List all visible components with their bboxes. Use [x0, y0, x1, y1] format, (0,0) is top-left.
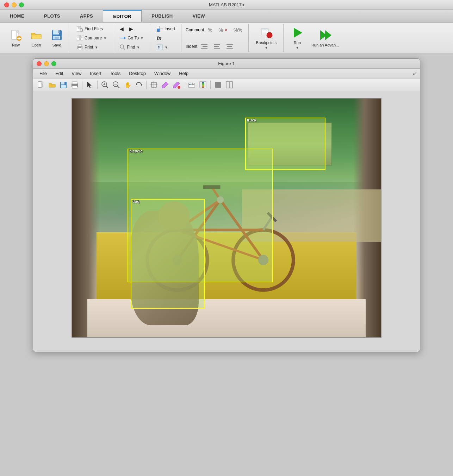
svg-rect-81 — [202, 82, 204, 88]
menu-tools[interactable]: Tools — [106, 70, 124, 77]
svg-rect-14 — [78, 29, 80, 29]
fig-data-cursor-button[interactable] — [149, 80, 159, 90]
bicycle-label: bicycle — [128, 149, 143, 154]
fig-colorbar-button[interactable] — [198, 80, 208, 90]
function-browser-button[interactable]: fi ▼ — [154, 43, 178, 51]
tab-editor[interactable]: EDITOR — [103, 10, 142, 22]
svg-rect-62 — [72, 82, 77, 84]
fig-zoom-in-button[interactable] — [100, 80, 110, 90]
figure-minimize-button[interactable] — [44, 61, 49, 66]
fx-button[interactable]: fx — [154, 33, 178, 42]
fig-linked-brush-button[interactable] — [172, 80, 181, 90]
print-button[interactable]: Print ▼ — [74, 43, 109, 51]
menu-window[interactable]: Window — [151, 70, 174, 77]
svg-rect-59 — [61, 82, 64, 84]
breakpoints-button[interactable]: Breakpoints ▼ — [253, 24, 280, 52]
dog-detection-box: dog — [131, 199, 205, 309]
tab-apps[interactable]: APPS — [70, 10, 103, 22]
menu-desktop[interactable]: Desktop — [125, 70, 149, 77]
comment-remove-icon: % — [218, 27, 223, 33]
comment-label: Comment — [186, 27, 204, 32]
svg-rect-25 — [78, 48, 82, 50]
svg-line-66 — [106, 86, 108, 88]
figure-titlebar: Figure 1 — [33, 59, 420, 69]
menu-insert[interactable]: Insert — [86, 70, 105, 77]
fig-rotate-button[interactable] — [134, 80, 144, 90]
compare-dropdown-arrow: ▼ — [103, 36, 107, 40]
tab-plots[interactable]: PLOTS — [34, 10, 70, 22]
indent-in-button[interactable] — [199, 43, 210, 50]
goto-button[interactable]: Go To ▼ — [117, 34, 146, 42]
figure-close-button[interactable] — [37, 61, 42, 66]
fig-gray-square-button[interactable] — [213, 80, 223, 90]
indent-out-icon — [214, 44, 220, 49]
comment-add-icon: % — [208, 27, 212, 33]
new-label: New — [12, 43, 20, 47]
menu-edit[interactable]: Edit — [52, 70, 67, 77]
svg-rect-1 — [12, 30, 17, 39]
fig-save-button[interactable] — [58, 80, 68, 90]
comment-remove-button[interactable]: % ✕ — [216, 26, 229, 34]
print-icon — [77, 44, 83, 50]
figure-content: bicycle truck dog — [33, 91, 420, 352]
smart-indent-button[interactable] — [224, 43, 235, 50]
file-tools-group: Find Files Compare ▼ — [71, 24, 113, 52]
svg-rect-19 — [77, 37, 79, 38]
run-dropdown-arrow: ▼ — [296, 46, 299, 50]
minimize-button[interactable] — [12, 2, 17, 7]
compare-icon — [77, 35, 83, 41]
comment-wrap-button[interactable]: %% — [231, 26, 245, 34]
find-dropdown-arrow: ▼ — [137, 45, 140, 49]
fig-panel-button[interactable] — [224, 80, 234, 90]
smart-indent-icon — [227, 44, 233, 49]
find-files-button[interactable]: Find Files — [74, 25, 109, 33]
figure-maximize-button[interactable] — [51, 61, 56, 66]
insert-button[interactable]: Insert — [154, 25, 178, 33]
find-icon — [120, 44, 125, 50]
fx-icon: fx — [157, 35, 161, 41]
save-button[interactable]: Save — [47, 24, 66, 52]
fig-cursor-button[interactable] — [85, 80, 95, 90]
new-button[interactable]: New — [6, 24, 25, 52]
fig-brush-button[interactable] — [160, 80, 170, 90]
fig-print-button[interactable] — [70, 80, 80, 90]
svg-point-26 — [81, 47, 82, 48]
goto-label: Go To — [128, 36, 139, 40]
goto-icon — [120, 35, 126, 41]
back-button[interactable]: ◀ — [117, 25, 126, 33]
maximize-button[interactable] — [19, 2, 24, 7]
svg-rect-18 — [77, 36, 79, 37]
tab-view[interactable]: VIEW — [183, 10, 215, 22]
menu-file[interactable]: File — [36, 70, 50, 77]
open-button[interactable]: Open — [27, 24, 46, 52]
goto-dropdown-arrow: ▼ — [140, 36, 144, 40]
new-icon — [10, 29, 22, 42]
run-advance-button[interactable]: Run an Advan... — [308, 24, 342, 52]
close-button[interactable] — [4, 2, 9, 7]
fig-insert-legend-button[interactable]: abc — [187, 80, 197, 90]
svg-rect-63 — [72, 86, 77, 88]
tab-home[interactable]: HOME — [0, 10, 34, 22]
compare-button[interactable]: Compare ▼ — [74, 34, 109, 42]
menu-view[interactable]: View — [68, 70, 85, 77]
svg-marker-51 — [294, 28, 302, 38]
fig-pan-button[interactable]: ✋ — [123, 80, 132, 90]
indent-out-button[interactable] — [211, 43, 223, 50]
comment-add-button[interactable]: % — [205, 26, 215, 34]
fig-zoom-out-button[interactable] — [111, 80, 121, 90]
tab-publish[interactable]: PUBLISH — [142, 10, 183, 22]
svg-rect-46 — [261, 29, 268, 30]
toolbar-sep-5 — [210, 81, 211, 89]
fig-open-button[interactable] — [47, 80, 57, 90]
open-label: Open — [32, 43, 41, 47]
svg-marker-53 — [325, 30, 331, 40]
forward-button[interactable]: ▶ — [127, 25, 136, 33]
menu-help[interactable]: Help — [175, 70, 192, 77]
find-button[interactable]: Find ▼ — [117, 43, 146, 51]
toolbar-sep-1 — [82, 81, 82, 89]
figure-traffic-lights — [37, 61, 56, 66]
svg-rect-11 — [55, 37, 59, 39]
run-button[interactable]: Run ▼ — [288, 24, 307, 52]
fig-new-button[interactable] — [36, 80, 46, 90]
breakpoints-label: Breakpoints — [256, 40, 277, 45]
